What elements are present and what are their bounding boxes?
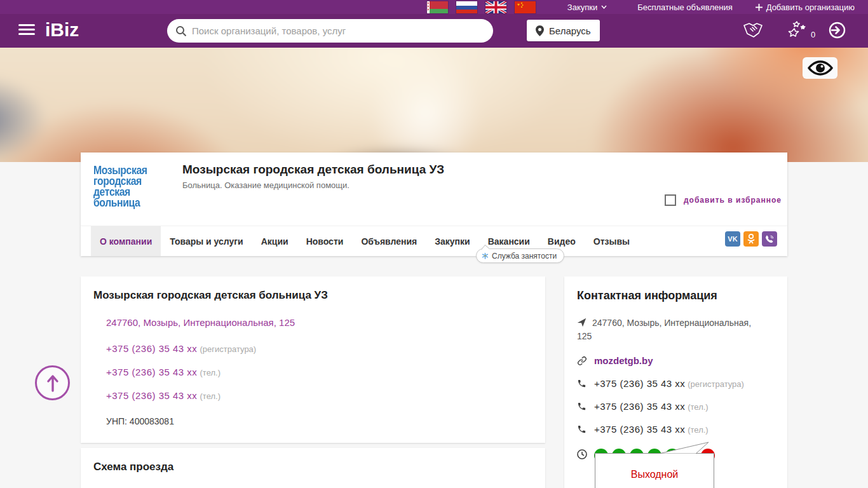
contact-phone[interactable]: +375 (236) 35 43 xx xyxy=(594,378,685,389)
directions-title: Схема проезда xyxy=(93,461,532,473)
tab-news[interactable]: Новости xyxy=(297,226,353,256)
social-links: VK xyxy=(725,231,777,247)
location-pin-icon xyxy=(536,25,544,36)
flag-belarus-icon[interactable] xyxy=(427,1,448,13)
scroll-to-top-button[interactable] xyxy=(35,365,70,400)
flag-russia-icon[interactable] xyxy=(456,1,477,13)
tooltip-tail xyxy=(659,442,710,454)
search-input[interactable] xyxy=(187,25,493,36)
employment-service-tooltip[interactable]: Служба занятости xyxy=(476,248,564,263)
search-bar xyxy=(167,19,493,43)
plus-icon xyxy=(756,4,763,11)
topbar-add-organization-link[interactable]: Добавить организацию xyxy=(756,3,855,12)
contact-phone-row: +375 (236) 35 43 xx (тел.) xyxy=(577,401,775,412)
tab-about[interactable]: О компании xyxy=(91,226,161,256)
company-subtitle: Больница. Оказание медицинской помощи. xyxy=(182,180,349,190)
clock-icon xyxy=(577,449,587,459)
odnoklassniki-icon[interactable] xyxy=(743,231,759,247)
arrow-up-icon xyxy=(46,374,60,392)
phone-icon xyxy=(577,424,587,434)
contact-phone[interactable]: +375 (236) 35 43 xx xyxy=(594,424,685,435)
hero-cover-image xyxy=(0,48,868,162)
phone-note: (тел.) xyxy=(200,391,220,401)
tab-reviews[interactable]: Отзывы xyxy=(585,226,639,256)
region-label: Беларусь xyxy=(549,25,591,36)
company-title: Мозырская городская детская больница УЗ xyxy=(182,163,444,177)
handshake-icon[interactable] xyxy=(742,22,764,39)
closed-day-tooltip: Выходной xyxy=(595,453,714,488)
info-card-title: Мозырская городская детская больница УЗ xyxy=(93,289,532,302)
phone-note: (тел.) xyxy=(200,368,220,377)
favorite-label[interactable]: добавить в избранное xyxy=(684,196,782,205)
tab-products[interactable]: Товары и услуги xyxy=(161,226,252,256)
topbar-zakupki-dropdown[interactable]: Закупки xyxy=(567,3,607,12)
phone-icon xyxy=(577,402,587,411)
website-link[interactable]: mozdetgb.by xyxy=(594,355,653,366)
contact-phone[interactable]: +375 (236) 35 43 xx xyxy=(594,401,685,412)
company-tabs: О компании Товары и услуги Акции Новости… xyxy=(81,226,787,256)
phone-link[interactable]: +375 (236) 35 43 xx xyxy=(106,367,197,377)
tab-purchases[interactable]: Закупки xyxy=(426,226,478,256)
vk-icon[interactable]: VK xyxy=(725,231,740,247)
login-icon[interactable] xyxy=(828,21,846,39)
contact-card-title: Контактная информация xyxy=(577,289,775,302)
add-to-favorites: добавить в избранное xyxy=(665,194,782,206)
top-bar: Закупки Бесплатные объявления Добавить о… xyxy=(0,0,868,14)
language-flags xyxy=(427,1,536,13)
topbar-zakupki-label: Закупки xyxy=(567,3,597,12)
favorites-stars-icon[interactable]: 0 xyxy=(787,20,815,39)
phone-link[interactable]: +375 (236) 35 43 xx xyxy=(106,343,197,354)
contact-phone-row: +375 (236) 35 43 xx (регистратура) xyxy=(577,378,775,389)
phone-icon xyxy=(577,379,587,388)
contact-website-row: mozdetgb.by xyxy=(577,355,775,366)
link-icon xyxy=(577,356,587,366)
company-header-card: Мозырская городская детская больница Моз… xyxy=(81,152,787,256)
search-icon xyxy=(175,25,187,37)
region-selector-button[interactable]: Беларусь xyxy=(527,20,600,41)
directions-card: Схема проезда xyxy=(81,448,545,488)
favorite-checkbox[interactable] xyxy=(665,194,676,206)
main-header: iBiz Беларусь 0 xyxy=(0,14,868,48)
hero-photo xyxy=(0,48,868,162)
phone-note: (регистратура) xyxy=(200,344,257,354)
site-logo[interactable]: iBiz xyxy=(45,19,79,41)
chevron-down-icon xyxy=(601,5,607,9)
contact-info-card: Контактная информация 247760, Мозырь, Ин… xyxy=(564,276,787,488)
viber-icon[interactable] xyxy=(762,231,777,247)
phone-link[interactable]: +375 (236) 35 43 xx xyxy=(106,390,197,401)
flag-china-icon[interactable] xyxy=(515,1,536,13)
tab-promotions[interactable]: Акции xyxy=(252,226,297,256)
closed-day-label: Выходной xyxy=(595,469,714,480)
company-logo: Мозырская городская детская больница xyxy=(93,165,147,208)
contact-address-row: 247760, Мозырь, Интернациональная, 125 xyxy=(577,316,768,343)
employment-service-icon xyxy=(482,252,489,259)
contact-address: 247760, Мозырь, Интернациональная, 125 xyxy=(577,318,751,341)
tab-announcements[interactable]: Объявления xyxy=(352,226,426,256)
flag-uk-icon[interactable] xyxy=(485,1,506,13)
favorites-count-badge: 0 xyxy=(811,30,815,39)
company-info-card: Мозырская городская детская больница УЗ … xyxy=(81,276,545,443)
unp-number: УНП: 400083081 xyxy=(106,416,532,426)
menu-hamburger-icon[interactable] xyxy=(18,24,35,37)
navigation-arrow-icon xyxy=(577,318,587,327)
company-address-link[interactable]: 247760, Мозырь, Интернациональная, 125 xyxy=(106,317,295,328)
accessibility-eye-icon[interactable] xyxy=(803,57,837,79)
topbar-free-ads-link[interactable]: Бесплатные объявления xyxy=(637,3,732,12)
contact-phone-row: +375 (236) 35 43 xx (тел.) xyxy=(577,424,775,435)
